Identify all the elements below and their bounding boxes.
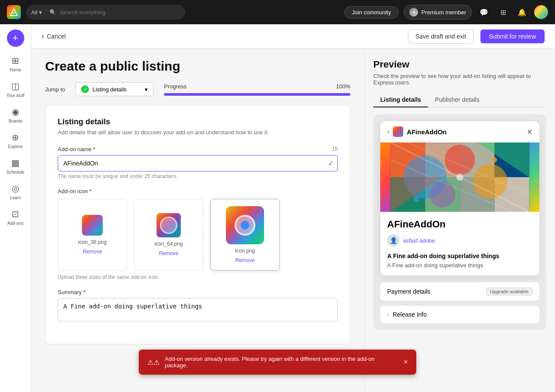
preview-title: Preview	[373, 59, 546, 70]
sidebar-item-learn[interactable]: ◎ Learn	[3, 180, 29, 204]
char-count: 15	[332, 146, 338, 152]
progress-label: Progress	[164, 83, 186, 90]
jump-to-dropdown[interactable]: ✓ Listing details ▾	[75, 82, 153, 96]
required-star: *	[93, 146, 95, 152]
sidebar-item-your-stuff-label: Your stuff	[7, 93, 25, 98]
avatar[interactable]	[534, 5, 548, 19]
brands-icon: ◉	[12, 107, 19, 117]
learn-icon: ◎	[12, 183, 19, 194]
sidebar-item-explore[interactable]: ⊕ Explore	[3, 129, 29, 152]
toast-notification: ⚠ Add-on version already exists. Please …	[139, 350, 416, 375]
apps-icon[interactable]: ⊞	[496, 5, 510, 19]
search-filter-dropdown[interactable]: All	[31, 9, 46, 16]
premium-icon: ✦	[409, 8, 418, 16]
icon-upload-box-64: icon_64.png Remove	[134, 199, 203, 271]
summary-field: Summary * A Fine add-on doing superlativ…	[58, 289, 338, 323]
svg-point-22	[414, 196, 420, 202]
svg-point-12	[445, 145, 475, 175]
preview-hero-image	[380, 143, 539, 212]
sidebar-item-brands-label: Brands	[9, 119, 23, 123]
addon-name-field: Add-on name * 15 ✓ The name must be uniq…	[58, 146, 338, 179]
summary-input[interactable]: A Fine add-on doing superlative things	[58, 298, 338, 321]
dropdown-chevron-icon: ▾	[145, 86, 148, 93]
svg-point-20	[457, 174, 464, 181]
icon-upload-box-36: icon_36.png Remove	[58, 199, 127, 271]
submit-review-button[interactable]: Submit for review	[480, 29, 545, 43]
new-button[interactable]: +	[7, 29, 24, 47]
explore-icon: ⊕	[12, 132, 19, 143]
jump-to-dropdown-label: Listing details	[92, 86, 127, 93]
addon-name-label: Add-on name *	[58, 146, 95, 152]
icon-36-filename: icon_36.png	[78, 239, 106, 245]
preview-addon-window-name: AFineAddOn	[407, 128, 523, 136]
sidebar-item-home-label: Home	[10, 68, 21, 72]
svg-point-21	[492, 157, 497, 162]
toast-warning-icon: ⚠	[147, 358, 160, 366]
icon-large-filename: Icon.png	[235, 248, 255, 254]
preview-card: ‹ AFineAddOn ✕	[373, 114, 546, 330]
payment-details-section: Payment details Upgrade available	[380, 282, 539, 301]
sidebar-item-your-stuff[interactable]: ◫ Your stuff	[3, 78, 29, 101]
schedule-icon: ▦	[11, 158, 20, 168]
release-info-row: › Release Info	[380, 306, 539, 323]
preview-addon-title: AFineAddOn	[387, 219, 532, 230]
icon-64-remove-button[interactable]: Remove	[159, 250, 179, 256]
addon-icon-section: Add-on icon * icon_36.png Remove	[58, 188, 338, 280]
preview-back-icon: ‹	[387, 128, 389, 136]
search-input[interactable]	[60, 9, 180, 16]
preview-author-avatar: 👤	[387, 234, 399, 246]
notifications-icon[interactable]: 🔔	[515, 5, 529, 19]
toast-close-button[interactable]: ×	[404, 358, 408, 366]
icon-large-image	[226, 206, 264, 244]
preview-tab-listing-details[interactable]: Listing details	[373, 93, 428, 107]
payment-label: Payment details	[387, 288, 431, 295]
progress-bar-background	[164, 93, 350, 96]
svg-point-14	[430, 181, 456, 207]
preview-desc: Check the preview to see how your add-on…	[373, 73, 546, 86]
progress-value: 100%	[336, 83, 350, 90]
chat-icon[interactable]: 💬	[477, 5, 491, 19]
preview-close-icon: ✕	[527, 128, 532, 136]
back-arrow-icon: ‹	[42, 32, 44, 41]
summary-label: Summary *	[58, 289, 85, 295]
upgrade-available-badge: Upgrade available	[486, 288, 532, 295]
progress-section: Progress 100%	[164, 83, 350, 96]
icon-36-remove-button[interactable]: Remove	[83, 249, 102, 255]
preview-content: AFineAddOn 👤 asfasf adobe A Fine add-on …	[380, 212, 539, 275]
form-area: Create a public listing Jump to ✓ Listin…	[31, 49, 364, 392]
svg-point-13	[473, 164, 508, 199]
search-bar[interactable]: All 🔍	[26, 5, 185, 19]
addon-name-input[interactable]	[58, 155, 338, 172]
svg-marker-0	[10, 9, 17, 16]
home-icon: ⊞	[12, 55, 19, 66]
your-stuff-icon: ◫	[11, 81, 20, 91]
sidebar-item-brands[interactable]: ◉ Brands	[3, 103, 29, 127]
preview-addon-tagline: A Fine add-on doing superlative things	[387, 253, 532, 259]
icon-large-remove-button[interactable]: Remove	[235, 257, 255, 263]
form-card: Listing details Add details that will al…	[45, 105, 350, 344]
cancel-button[interactable]: ‹ Cancel	[42, 32, 66, 41]
sidebar-item-schedule[interactable]: ▦ Schedule	[3, 154, 29, 178]
addon-name-hint: The name must be unique and under 25 cha…	[58, 173, 338, 179]
sidebar-item-addons-label: Add-ons	[7, 221, 23, 226]
addons-icon: ⊡	[12, 209, 19, 219]
addon-name-input-wrapper: ✓	[58, 155, 338, 172]
search-icon: 🔍	[49, 9, 56, 16]
app-logo[interactable]	[7, 5, 21, 19]
preview-addon-icon	[393, 126, 403, 137]
icon-upload-box-large: Icon.png Remove	[210, 199, 280, 271]
preview-tabs: Listing details Publisher details	[373, 93, 546, 107]
preview-addon-desc: A Fine add-on doing superlative things	[387, 262, 532, 269]
save-draft-button[interactable]: Save draft and exit	[408, 29, 473, 44]
preview-tab-publisher-details[interactable]: Publisher details	[428, 93, 486, 107]
form-section-desc: Add details that will allow user to disc…	[58, 129, 338, 136]
premium-member-button[interactable]: ✦ Premium member	[404, 5, 472, 19]
sidebar-item-home[interactable]: ⊞ Home	[3, 52, 29, 76]
jump-to-section: Jump to ✓ Listing details ▾ Progress 100…	[45, 82, 350, 96]
input-check-icon: ✓	[328, 159, 333, 168]
sidebar-item-addons[interactable]: ⊡ Add-ons	[3, 205, 29, 229]
preview-panel: Preview Check the preview to see how you…	[364, 49, 555, 392]
search-filter-label: All	[31, 9, 37, 16]
addon-icon-label: Add-on icon *	[58, 188, 338, 194]
join-community-button[interactable]: Join community	[344, 6, 398, 19]
